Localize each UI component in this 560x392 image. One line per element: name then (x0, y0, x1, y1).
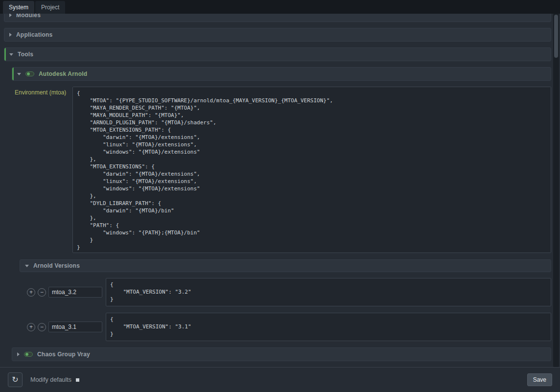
remove-version-button[interactable]: − (38, 288, 46, 297)
refresh-button[interactable]: ↻ (8, 372, 23, 387)
add-version-button[interactable]: + (27, 288, 35, 297)
version-name-input[interactable] (48, 322, 102, 332)
modified-accent-bar (12, 68, 14, 80)
section-header-tools[interactable]: Tools (4, 47, 551, 61)
enabled-toggle-icon[interactable] (25, 71, 34, 76)
arnold-section-body: Environment (mtoa) { "MTOA": "{PYPE_STUD… (12, 87, 551, 341)
section-header-arnold-versions[interactable]: Arnold Versions (20, 259, 551, 272)
version-row: + − { "MTOA_VERSION": "3.2" } (27, 278, 551, 306)
section-title-chaos-group-vray: Chaos Group Vray (37, 351, 90, 358)
chevron-down-icon (9, 53, 13, 56)
chevron-right-icon (17, 352, 20, 356)
section-header-chaos-group-vray[interactable]: Chaos Group Vray (12, 347, 551, 361)
section-header-modules[interactable]: Modules (4, 14, 551, 22)
section-header-autodesk-arnold[interactable]: Autodesk Arnold (12, 67, 551, 81)
refresh-icon: ↻ (12, 375, 18, 384)
add-version-button[interactable]: + (27, 323, 35, 331)
chevron-down-icon (17, 73, 21, 75)
tab-project[interactable]: Project (35, 1, 65, 14)
version-json-field[interactable]: { "MTOA_VERSION": "3.2" } (106, 278, 551, 306)
enabled-toggle-icon[interactable] (24, 352, 33, 357)
modify-defaults-label: Modify defaults (30, 376, 71, 383)
section-title-modules: Modules (16, 14, 41, 19)
remove-version-button[interactable]: − (38, 323, 46, 331)
version-name-input[interactable] (48, 287, 102, 298)
scrollbar-thumb[interactable] (554, 15, 558, 58)
tab-bar: System Project (0, 0, 560, 14)
toggle-knob (25, 353, 28, 356)
chevron-right-icon (9, 14, 12, 17)
section-title-applications: Applications (16, 31, 52, 38)
settings-scroll-area: Modules Applications Tools Autodesk Arno… (4, 14, 551, 367)
section-title-autodesk-arnold: Autodesk Arnold (39, 70, 87, 77)
toggle-knob (27, 72, 30, 75)
modified-accent-bar (4, 48, 6, 61)
section-title-arnold-versions: Arnold Versions (33, 262, 80, 269)
vertical-scrollbar[interactable] (553, 14, 559, 367)
environment-label: Environment (mtoa) (15, 87, 72, 96)
tab-system[interactable]: System (3, 1, 34, 14)
section-title-tools: Tools (18, 51, 33, 58)
footer-bar: ↻ Modify defaults Save (0, 367, 560, 392)
tools-section-body: Autodesk Arnold Environment (mtoa) { "MT… (12, 67, 551, 361)
modify-defaults-checkbox[interactable] (76, 378, 79, 382)
chevron-right-icon (9, 33, 12, 37)
chevron-down-icon (25, 265, 29, 267)
settings-window: System Project Modules Applications Tool… (0, 0, 560, 392)
version-row: + − { "MTOA_VERSION": "3.1" } (27, 313, 551, 341)
section-header-applications[interactable]: Applications (4, 28, 551, 42)
environment-row: Environment (mtoa) { "MTOA": "{PYPE_STUD… (15, 87, 551, 253)
version-json-field[interactable]: { "MTOA_VERSION": "3.1" } (106, 313, 551, 341)
environment-json-field[interactable]: { "MTOA": "{PYPE_STUDIO_SOFTWARE}/arnold… (72, 87, 551, 253)
save-button[interactable]: Save (527, 373, 552, 386)
arnold-versions-body: + − { "MTOA_VERSION": "3.2" } + − { "MTO… (12, 278, 551, 341)
